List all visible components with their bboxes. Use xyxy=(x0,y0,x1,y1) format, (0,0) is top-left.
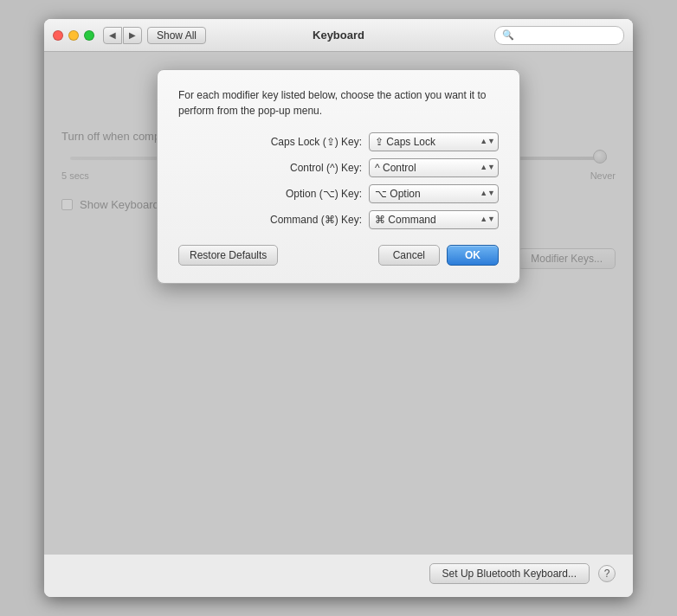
restore-defaults-button[interactable]: Restore Defaults xyxy=(178,245,278,266)
control-select[interactable]: ⇪ Caps Lock ^ Control ⌥ Option ⌘ Command… xyxy=(369,158,499,177)
bluetooth-button[interactable]: Set Up Bluetooth Keyboard... xyxy=(429,563,590,584)
command-select-wrapper: ⇪ Caps Lock ^ Control ⌥ Option ⌘ Command… xyxy=(369,210,499,229)
modal-buttons: Restore Defaults Cancel OK xyxy=(178,245,499,266)
caps-lock-select[interactable]: ⇪ Caps Lock ^ Control ⌥ Option ⌘ Command… xyxy=(369,132,499,151)
bottom-bar: Set Up Bluetooth Keyboard... ? xyxy=(44,554,633,597)
show-all-button[interactable]: Show All xyxy=(147,27,206,44)
modal-description: For each modifier key listed below, choo… xyxy=(178,87,499,119)
keyboard-window: ◀ ▶ Show All Keyboard 🔍 Turn off when co… xyxy=(44,19,633,597)
modal-dialog: For each modifier key listed below, choo… xyxy=(157,69,520,284)
back-button[interactable]: ◀ xyxy=(103,27,122,44)
command-row: Command (⌘) Key: ⇪ Caps Lock ^ Control ⌥… xyxy=(178,210,499,229)
option-select[interactable]: ⇪ Caps Lock ^ Control ⌥ Option ⌘ Command… xyxy=(369,184,499,203)
modifier-rows: Caps Lock (⇪) Key: ⇪ Caps Lock ^ Control… xyxy=(178,132,499,229)
option-row: Option (⌥) Key: ⇪ Caps Lock ^ Control ⌥ … xyxy=(178,184,499,203)
search-input[interactable] xyxy=(518,29,616,42)
caps-lock-select-wrapper: ⇪ Caps Lock ^ Control ⌥ Option ⌘ Command… xyxy=(369,132,499,151)
control-label: Control (^) Key: xyxy=(249,162,362,174)
minimize-button[interactable] xyxy=(68,30,79,41)
search-box: 🔍 xyxy=(494,26,624,45)
window-title: Keyboard xyxy=(313,29,364,42)
traffic-lights xyxy=(53,30,94,41)
caps-lock-label: Caps Lock (⇪) Key: xyxy=(249,136,362,148)
control-row: Control (^) Key: ⇪ Caps Lock ^ Control ⌥… xyxy=(178,158,499,177)
maximize-button[interactable] xyxy=(84,30,94,41)
option-select-wrapper: ⇪ Caps Lock ^ Control ⌥ Option ⌘ Command… xyxy=(369,184,499,203)
nav-buttons: ◀ ▶ xyxy=(103,27,142,44)
search-icon: 🔍 xyxy=(502,29,514,41)
titlebar: ◀ ▶ Show All Keyboard 🔍 xyxy=(44,19,633,52)
control-select-wrapper: ⇪ Caps Lock ^ Control ⌥ Option ⌘ Command… xyxy=(369,158,499,177)
cancel-button[interactable]: Cancel xyxy=(378,245,440,266)
right-buttons: Cancel OK xyxy=(378,245,499,266)
command-label: Command (⌘) Key: xyxy=(249,214,362,226)
option-label: Option (⌥) Key: xyxy=(249,188,362,200)
content-area: Turn off when computer is not used for: … xyxy=(44,52,633,554)
caps-lock-row: Caps Lock (⇪) Key: ⇪ Caps Lock ^ Control… xyxy=(178,132,499,151)
command-select[interactable]: ⇪ Caps Lock ^ Control ⌥ Option ⌘ Command… xyxy=(369,210,499,229)
modal-overlay: For each modifier key listed below, choo… xyxy=(44,52,633,554)
help-button[interactable]: ? xyxy=(598,565,616,582)
ok-button[interactable]: OK xyxy=(447,245,499,266)
forward-button[interactable]: ▶ xyxy=(123,27,142,44)
close-button[interactable] xyxy=(53,30,63,41)
